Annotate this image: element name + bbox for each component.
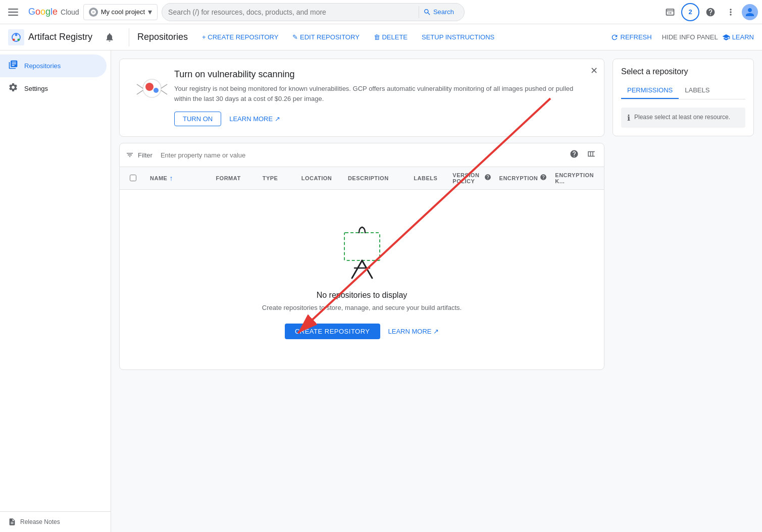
svg-line-13 xyxy=(352,260,362,278)
sidebar-item-repositories[interactable]: Repositories xyxy=(0,55,107,77)
column-name: Name ↑ xyxy=(146,169,212,187)
edit-repository-button[interactable]: ✎ EDIT REPOSITORY xyxy=(286,30,365,44)
version-policy-help-button[interactable] xyxy=(484,174,491,183)
search-button[interactable]: Search xyxy=(419,6,458,18)
empty-state-title: No repositories to display xyxy=(317,291,408,300)
service-bar: Artifact Registry Repositories + CREATE … xyxy=(0,24,762,50)
toolbar-actions: + CREATE REPOSITORY ✎ EDIT REPOSITORY 🗑 … xyxy=(196,30,500,44)
labels-tab-label: LABELS xyxy=(685,86,709,94)
name-column-label: Name xyxy=(150,175,167,181)
table-scroll[interactable]: Name ↑ Format Type Location xyxy=(120,167,604,369)
empty-learn-more-button[interactable]: LEARN MORE ↗ xyxy=(388,328,439,335)
svg-line-10 xyxy=(161,84,167,88)
filter-bar: Filter xyxy=(120,143,604,167)
release-notes-link[interactable]: Release Notes xyxy=(8,518,103,526)
vulnerability-banner: Turn on vulnerability scanning Your regi… xyxy=(119,59,604,137)
encryption-column-label: Encryption xyxy=(499,175,538,181)
main-layout: Repositories Settings Release Notes xyxy=(0,50,762,532)
location-column-label: Location xyxy=(301,175,332,181)
repositories-label: Repositories xyxy=(24,62,61,70)
turn-on-label: TURN ON xyxy=(183,115,213,123)
empty-create-repository-button[interactable]: CREATE REPOSITORY xyxy=(285,324,380,339)
column-description: Description xyxy=(344,170,410,186)
google-cloud-logo: Google Cloud xyxy=(28,7,79,17)
svg-point-7 xyxy=(154,88,159,93)
header-checkbox xyxy=(126,170,146,187)
type-column-label: Type xyxy=(263,175,278,181)
panel-title: Select a repository xyxy=(621,67,745,76)
create-repository-button[interactable]: + CREATE REPOSITORY xyxy=(196,30,284,44)
notification-button[interactable]: 2 xyxy=(681,3,699,21)
hide-info-panel-button[interactable]: HIDE INFO PANEL xyxy=(662,33,718,41)
description-column-label: Description xyxy=(348,175,389,181)
user-avatar[interactable] xyxy=(742,4,758,20)
service-name: Artifact Registry xyxy=(28,32,92,42)
empty-state-actions: CREATE REPOSITORY LEARN MORE ↗ xyxy=(285,324,439,339)
delete-button[interactable]: 🗑 DELETE xyxy=(368,30,414,44)
refresh-label: REFRESH xyxy=(621,33,652,41)
notification-wrapper: 2 xyxy=(681,3,699,21)
tab-permissions[interactable]: PERMISSIONS xyxy=(621,82,679,99)
svg-point-6 xyxy=(145,83,154,91)
refresh-button[interactable]: REFRESH xyxy=(604,30,658,44)
notification-count: 2 xyxy=(688,8,692,16)
filter-input[interactable] xyxy=(161,151,564,159)
learn-button[interactable]: LEARN xyxy=(722,33,754,41)
info-box: ℹ Please select at least one resource. xyxy=(621,108,745,128)
create-repository-label: + CREATE REPOSITORY xyxy=(202,33,278,41)
learn-icon xyxy=(722,33,730,41)
toolbar-right: REFRESH HIDE INFO PANEL LEARN xyxy=(604,30,754,44)
labels-column-label: Labels xyxy=(414,175,437,181)
sidebar-bottom: Release Notes xyxy=(0,511,111,532)
filter-help-button[interactable] xyxy=(568,147,581,163)
select-all-checkbox[interactable] xyxy=(130,175,136,181)
permissions-tab-label: PERMISSIONS xyxy=(627,86,673,94)
help-button[interactable] xyxy=(701,3,720,21)
panel-tabs: PERMISSIONS LABELS xyxy=(621,82,745,99)
svg-line-14 xyxy=(362,260,372,278)
repositories-table: Filter xyxy=(119,143,604,370)
service-bell-button[interactable] xyxy=(100,28,119,46)
hide-panel-label: HIDE INFO PANEL xyxy=(662,33,718,41)
settings-icon xyxy=(8,82,18,95)
learn-more-banner-button[interactable]: LEARN MORE ↗ xyxy=(229,115,280,123)
repositories-icon xyxy=(8,60,18,72)
more-options-button[interactable] xyxy=(722,3,740,21)
setup-instructions-label: SETUP INSTRUCTIONS xyxy=(422,33,494,41)
search-input[interactable] xyxy=(168,8,417,16)
column-type: Type xyxy=(259,170,297,186)
hamburger-menu-button[interactable] xyxy=(4,3,22,21)
sidebar: Repositories Settings Release Notes xyxy=(0,50,111,532)
version-policy-column-label: Version policy xyxy=(452,172,482,184)
info-message: Please select at least one resource. xyxy=(634,113,730,122)
banner-close-button[interactable]: ✕ xyxy=(590,65,598,76)
filter-actions xyxy=(568,147,598,163)
svg-line-8 xyxy=(137,84,143,88)
top-navigation: Google Cloud My cool project ▾ Search xyxy=(0,0,762,24)
sidebar-item-settings[interactable]: Settings xyxy=(0,77,107,100)
banner-illustration xyxy=(132,69,164,101)
refresh-icon xyxy=(611,33,619,41)
filter-label: Filter xyxy=(138,151,153,159)
project-selector[interactable]: My cool project ▾ xyxy=(83,4,158,20)
svg-rect-12 xyxy=(344,233,380,260)
nav-actions: 2 xyxy=(661,3,758,21)
encryption-help-button[interactable] xyxy=(540,174,547,183)
svg-point-2 xyxy=(15,33,18,36)
project-avatar xyxy=(89,8,98,17)
column-encryption: Encryption xyxy=(495,169,551,188)
columns-button[interactable] xyxy=(585,147,598,163)
banner-content: Turn on vulnerability scanning Your regi… xyxy=(174,69,592,126)
page-title: Repositories xyxy=(137,32,188,42)
project-name: My cool project xyxy=(101,8,145,16)
delete-label: 🗑 DELETE xyxy=(374,33,408,41)
content-area: Turn on vulnerability scanning Your regi… xyxy=(111,50,762,532)
right-panel: Select a repository PERMISSIONS LABELS ℹ… xyxy=(613,59,754,136)
turn-on-button[interactable]: TURN ON xyxy=(174,112,221,126)
tab-labels[interactable]: LABELS xyxy=(679,82,716,99)
learn-label: LEARN xyxy=(732,33,754,41)
column-format: Format xyxy=(212,170,258,186)
setup-instructions-button[interactable]: SETUP INSTRUCTIONS xyxy=(416,30,500,44)
terminal-button[interactable] xyxy=(661,3,679,21)
page-title-area: Repositories xyxy=(129,32,196,42)
